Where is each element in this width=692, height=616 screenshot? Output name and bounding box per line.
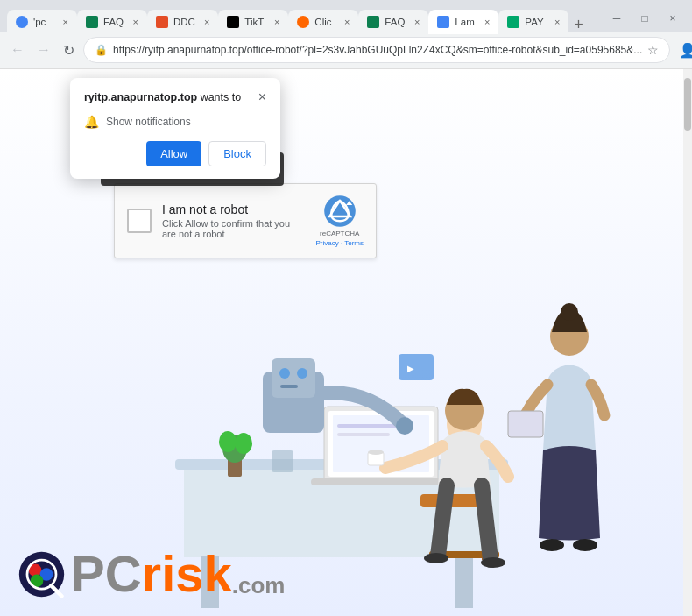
svg-point-17 <box>481 557 505 568</box>
svg-point-28 <box>396 417 413 435</box>
tab-favicon-google <box>16 16 28 28</box>
pcrisk-risk-text: risk <box>142 545 232 602</box>
address-text: https://ryitp.anapurnatop.top/office-rob… <box>113 44 642 56</box>
recaptcha-checkbox[interactable] <box>127 209 152 233</box>
tab-close-pay[interactable]: × <box>554 17 560 27</box>
maximize-button[interactable]: □ <box>632 6 657 31</box>
tab-close-faq1[interactable]: × <box>133 17 138 27</box>
tab-close-faq2[interactable]: × <box>414 17 420 27</box>
svg-rect-20 <box>508 411 543 437</box>
block-button[interactable]: Block <box>208 141 266 166</box>
tab-label-faq1: FAQ <box>103 17 124 27</box>
new-tab-button[interactable]: + <box>568 16 589 34</box>
svg-point-26 <box>297 368 307 379</box>
bookmark-icon[interactable]: ☆ <box>647 43 659 57</box>
recaptcha-branding-text: reCAPTCHA <box>320 230 359 237</box>
svg-rect-9 <box>311 478 451 485</box>
tab-label-google: 'pc <box>33 17 54 27</box>
profile-button[interactable]: 👤 <box>675 38 692 62</box>
tab-label-click: Clic <box>314 17 335 27</box>
close-window-button[interactable]: × <box>660 6 685 31</box>
tab-favicon-click <box>297 16 309 28</box>
tab-close-tiktok[interactable]: × <box>274 17 279 27</box>
svg-point-37 <box>368 450 384 455</box>
popup-header: ryitp.anapurnatop.top wants to × <box>84 90 266 106</box>
address-bar[interactable]: 🔒 https://ryitp.anapurnatop.top/office-r… <box>83 37 670 63</box>
recaptcha-widget[interactable]: I am not a robot Click Allow to confirm … <box>114 183 377 258</box>
recaptcha-main-text: I am not a robot <box>162 202 305 216</box>
tab-close-ddc[interactable]: × <box>204 17 209 27</box>
tab-close-google[interactable]: × <box>63 17 68 27</box>
tab-label-ddc: DDC <box>173 17 195 27</box>
tab-favicon-faq2 <box>367 16 379 28</box>
svg-point-35 <box>235 433 252 454</box>
pcrisk-icon <box>18 550 66 598</box>
svg-point-21 <box>540 539 564 551</box>
browser-chrome: 'pc × FAQ × DDC × TikT × <box>0 0 692 69</box>
pcrisk-text-block: PCrisk.com <box>71 549 285 599</box>
svg-point-22 <box>573 539 597 551</box>
tab-label-active: I am <box>455 17 476 27</box>
tab-close-active[interactable]: × <box>484 17 490 27</box>
svg-rect-29 <box>399 354 434 380</box>
tab-label-pay: PAY <box>525 17 546 27</box>
tab-label-faq2: FAQ <box>385 17 406 27</box>
svg-rect-31 <box>272 450 293 472</box>
forward-button[interactable]: → <box>33 38 54 62</box>
svg-rect-27 <box>280 385 298 388</box>
tab-click[interactable]: Clic × <box>288 10 358 34</box>
tab-favicon-pay <box>507 16 519 28</box>
svg-text:▶: ▶ <box>407 364 414 373</box>
recaptcha-text-area: I am not a robot Click Allow to confirm … <box>162 202 305 239</box>
tab-tiktok[interactable]: TikT × <box>218 10 288 34</box>
reload-button[interactable]: ↻ <box>60 38 78 62</box>
tab-favicon-ddc <box>156 16 168 28</box>
tab-favicon-faq1 <box>86 16 98 28</box>
tab-google[interactable]: 'pc × <box>7 10 77 34</box>
popup-title-suffix: wants to <box>197 91 241 103</box>
svg-point-19 <box>561 303 578 321</box>
lock-icon: 🔒 <box>95 44 108 56</box>
tab-faq1[interactable]: FAQ × <box>77 10 147 34</box>
tabs-row: 'pc × FAQ × DDC × TikT × <box>7 3 603 34</box>
notification-popup: ryitp.anapurnatop.top wants to × 🔔 Show … <box>70 78 280 179</box>
recaptcha-sub-text: Click Allow to confirm that you are not … <box>162 218 305 239</box>
popup-buttons: Allow Block <box>84 141 266 166</box>
tab-faq2[interactable]: FAQ × <box>358 10 428 34</box>
pcrisk-logo: PCrisk.com <box>18 549 285 599</box>
popup-close-button[interactable]: × <box>258 90 266 104</box>
tab-favicon-active <box>437 16 449 28</box>
popup-site-name: ryitp.anapurnatop.top <box>84 91 197 103</box>
svg-rect-24 <box>272 358 315 398</box>
svg-rect-3 <box>455 556 473 608</box>
pcrisk-pc-text: PC <box>71 545 142 602</box>
svg-point-34 <box>219 431 237 452</box>
back-button[interactable]: ← <box>7 38 28 62</box>
browser-toolbar: ← → ↻ 🔒 https://ryitp.anapurnatop.top/of… <box>0 32 692 68</box>
tab-ddc[interactable]: DDC × <box>147 10 218 34</box>
popup-notification-row: 🔔 Show notifications <box>84 115 266 129</box>
recaptcha-links[interactable]: Privacy · Terms <box>315 239 364 247</box>
bell-icon: 🔔 <box>84 115 99 129</box>
popup-notification-label: Show notifications <box>106 116 191 128</box>
recaptcha-logo-icon <box>323 195 357 228</box>
tab-active[interactable]: I am × <box>428 10 498 34</box>
svg-point-25 <box>279 368 290 379</box>
tab-close-click[interactable]: × <box>344 17 350 27</box>
recaptcha-logo-area: reCAPTCHA Privacy · Terms <box>315 195 364 247</box>
scrollbar[interactable] <box>683 69 692 616</box>
pcrisk-com-text: .com <box>232 572 286 598</box>
scrollbar-thumb[interactable] <box>684 78 691 131</box>
recaptcha-terms-link[interactable]: Terms <box>344 239 364 247</box>
page-content: ▶ ryitp.anapurnatop.top wants to × 🔔 Sho… <box>0 69 692 616</box>
svg-point-16 <box>424 553 448 563</box>
popup-title: ryitp.anapurnatop.top wants to <box>84 90 241 106</box>
tab-pay[interactable]: PAY × <box>498 10 568 34</box>
minimize-button[interactable]: ─ <box>604 6 629 31</box>
tab-label-tiktok: TikT <box>244 17 265 27</box>
svg-rect-8 <box>337 433 390 436</box>
recaptcha-privacy-link[interactable]: Privacy <box>315 239 338 247</box>
allow-button[interactable]: Allow <box>146 141 201 166</box>
tab-favicon-tiktok <box>227 16 239 28</box>
